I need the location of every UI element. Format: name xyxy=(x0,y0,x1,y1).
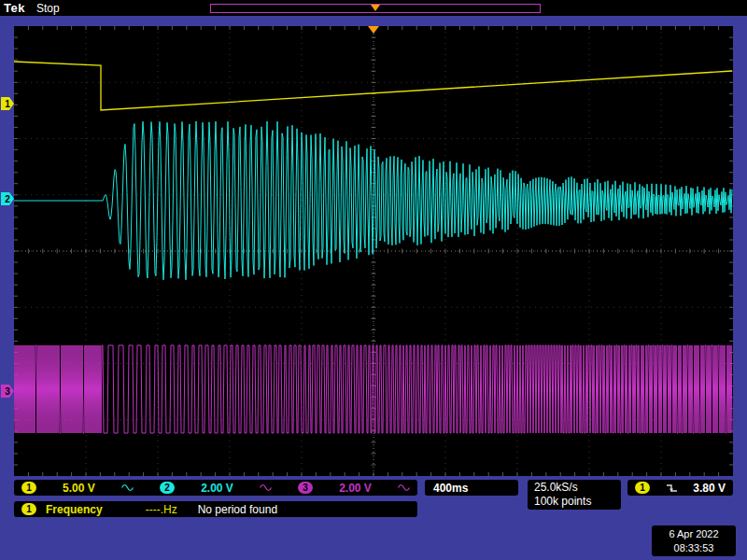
channel-scale-readout: 1 5.00 V 2 2.00 V 3 2.00 V xyxy=(14,480,417,496)
trigger-point-icon xyxy=(368,26,379,34)
horizontal-position-bar xyxy=(210,4,541,13)
measurement-status: No period found xyxy=(198,503,277,516)
scope-canvas xyxy=(14,26,733,476)
ch1-scale: 5.00 V xyxy=(63,482,95,495)
acquisition-readout: 25.0kS/s 100k points xyxy=(528,480,621,510)
record-length-value: 100k points xyxy=(534,495,591,509)
ch3-position-marker: 3 xyxy=(1,385,14,398)
ch2-position-marker: 2 xyxy=(1,192,14,205)
ch1-position-marker: 1 xyxy=(1,97,14,110)
ch2-marker-label: 2 xyxy=(5,194,10,204)
trigger-level-value: 3.80 V xyxy=(693,482,726,495)
timebase-value: 400ms xyxy=(433,482,468,495)
waveform-display xyxy=(14,26,733,476)
top-status-bar: Tek Stop xyxy=(0,0,747,16)
ch3-coupling-icon xyxy=(398,483,410,492)
ch2-badge: 2 xyxy=(160,482,175,494)
acquisition-status: Stop xyxy=(36,2,60,15)
measurement-value: ----.Hz xyxy=(146,503,177,516)
measurement-label: Frequency xyxy=(46,503,103,516)
ch2-scale: 2.00 V xyxy=(201,482,233,495)
ch1-badge: 1 xyxy=(21,482,36,494)
ch3-marker-label: 3 xyxy=(5,386,10,397)
timebase-readout: 400ms xyxy=(425,480,518,496)
ch3-wave-icon xyxy=(260,483,272,492)
trigger-slope-icon xyxy=(666,483,678,494)
date-value: 6 Apr 2022 xyxy=(669,527,718,541)
ch3-scale: 2.00 V xyxy=(339,482,372,495)
ch3-badge: 3 xyxy=(298,482,313,494)
time-value: 08:33:53 xyxy=(674,541,714,555)
ch2-wave-icon xyxy=(121,483,134,492)
trigger-readout: 1 3.80 V xyxy=(627,480,733,496)
datetime-readout: 6 Apr 2022 08:33:53 xyxy=(652,525,736,556)
measurement-readout: 1 Frequency ----.Hz No period found xyxy=(14,501,417,517)
trigger-source-badge: 1 xyxy=(635,482,650,494)
sample-rate-value: 25.0kS/s xyxy=(534,481,578,495)
trigger-position-marker-icon xyxy=(371,5,380,11)
ch1-marker-label: 1 xyxy=(5,99,10,109)
measurement-source-badge: 1 xyxy=(21,503,36,515)
tek-logo: Tek xyxy=(4,1,25,15)
